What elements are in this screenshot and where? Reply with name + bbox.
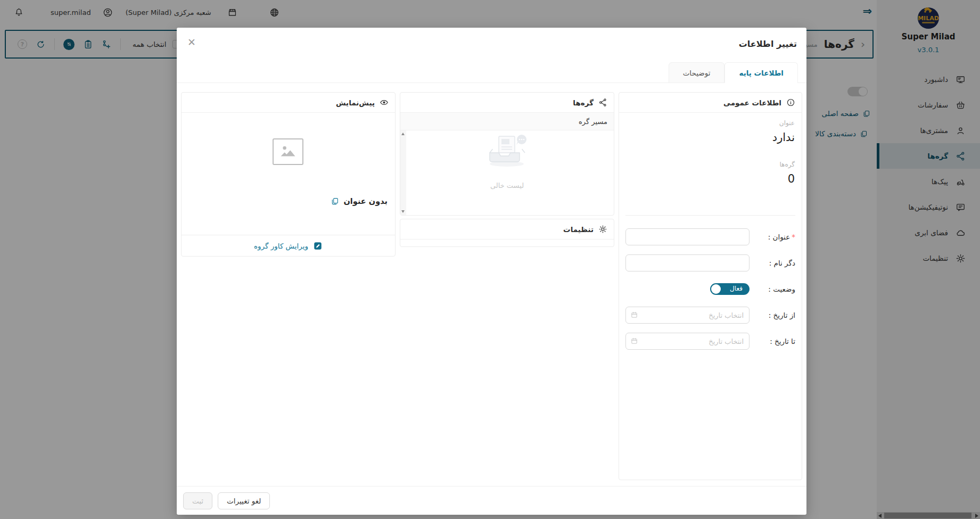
title-summary-label: عنوان [779, 119, 795, 127]
cover-image-placeholder [273, 138, 303, 165]
modal-tabs: اطلاعات پایه توضیحات [669, 62, 798, 83]
title-input[interactable] [625, 228, 750, 245]
modal-title: تغییر اطلاعات [739, 39, 797, 49]
image-placeholder-icon [277, 143, 299, 161]
toggle-knob [711, 284, 721, 294]
tab-basic-info[interactable]: اطلاعات پایه [724, 62, 798, 83]
card-divider [625, 215, 795, 216]
empty-list-text: لیست خالی [490, 182, 524, 190]
tab-description[interactable]: توضیحات [669, 62, 725, 83]
nodes-count-label: گره‌ها [779, 161, 795, 168]
app-root: super.milad (Super Milad) شعبه مرکزی ⇒ ?… [0, 0, 980, 519]
to-date-input[interactable] [625, 333, 750, 350]
preview-card: پیش‌نمایش بدون عنوان ویرایش کاور گروه [181, 92, 396, 257]
nodes-graph-icon [598, 98, 607, 107]
general-info-form: *عنوان : دگر نام : وضعیت : فعال از تاریخ… [625, 228, 795, 359]
nodes-count-value: 0 [788, 172, 795, 185]
to-date-field-label: تا تاریخ : [750, 337, 795, 345]
calendar-icon [630, 337, 638, 345]
cancel-changes-button[interactable]: لغو تغییرات [218, 492, 270, 509]
alt-name-input[interactable] [625, 254, 750, 271]
alt-name-field-label: دگر نام : [750, 259, 795, 267]
edit-info-modal: تغییر اطلاعات ✕ اطلاعات پایه توضیحات اطل… [177, 28, 806, 515]
settings-gear-icon [598, 225, 607, 234]
nodes-card: گره‌ها مسیر گره لیست خالی [400, 92, 614, 216]
nodes-empty-list: لیست خالی [400, 130, 614, 215]
settings-card: تنظیمات [400, 219, 614, 247]
untitled-row: بدون عنوان [331, 197, 388, 205]
untitled-label: بدون عنوان [343, 197, 388, 205]
node-path-subheader: مسیر گره [400, 113, 614, 130]
status-toggle[interactable]: فعال [710, 283, 750, 295]
from-date-input[interactable] [625, 307, 750, 324]
eye-preview-icon [380, 98, 389, 107]
edit-cover-button[interactable]: ویرایش کاور گروه [182, 235, 395, 257]
from-date-field-label: از تاریخ : [750, 311, 795, 319]
submit-button[interactable]: ثبت [183, 492, 212, 509]
title-summary-value: ندارد [772, 131, 795, 144]
general-info-header: اطلاعات عمومی [723, 98, 781, 107]
nodes-card-header: گره‌ها [573, 98, 594, 107]
general-info-card: اطلاعات عمومی عنوان ندارد گره‌ها 0 *عنوا… [619, 92, 802, 480]
preview-card-header: پیش‌نمایش [336, 98, 375, 107]
status-toggle-label: فعال [730, 285, 743, 292]
info-circle-icon [786, 98, 795, 107]
copy-icon[interactable] [331, 197, 339, 205]
title-field-label: *عنوان : [750, 233, 795, 241]
settings-card-header: تنظیمات [563, 225, 594, 234]
status-field-label: وضعیت : [750, 285, 795, 293]
close-icon[interactable]: ✕ [187, 37, 196, 47]
calendar-icon [630, 311, 638, 319]
edit-pen-icon [313, 241, 323, 251]
modal-footer: ثبت لغو تغییرات [177, 486, 806, 515]
required-mark: * [792, 233, 795, 241]
empty-list-illustration [483, 134, 531, 168]
